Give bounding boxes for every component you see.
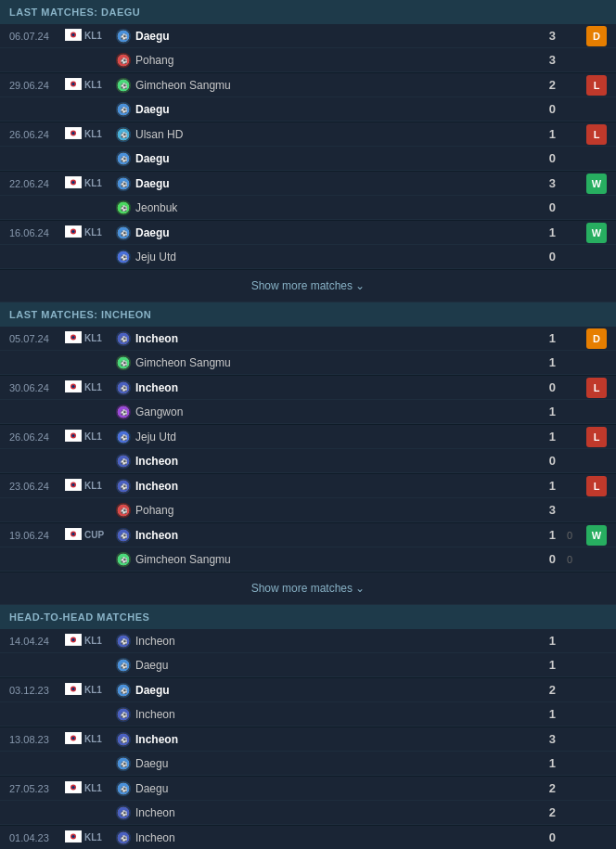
svg-point-58 [72, 483, 75, 486]
match-score: 3 [537, 29, 556, 43]
league-label: KL1 [84, 636, 102, 646]
result-badge [586, 198, 607, 218]
svg-point-72 [72, 638, 75, 641]
team-name: Incheon [135, 529, 178, 542]
match-block: 01.04.23 KL1⚽Incheon0⚽Daegu0 [0, 826, 616, 849]
match-block: 29.06.24 KL1⚽Gimcheon Sangmu2L⚽Daegu0 [0, 73, 616, 122]
flag-league: KL1 [65, 127, 116, 142]
team-logo-icon: ⚽ [116, 225, 131, 240]
match-row[interactable]: ⚽Incheon1 [0, 702, 616, 727]
team-name: Daegu [135, 782, 168, 795]
match-row[interactable]: ⚽Incheon2 [0, 801, 616, 825]
match-score: 2 [537, 683, 556, 697]
match-row[interactable]: ⚽Gangwon1 [0, 400, 616, 424]
match-row[interactable]: 29.06.24 KL1⚽Gimcheon Sangmu2L [0, 73, 616, 97]
team-logo-icon: ⚽ [116, 658, 131, 673]
match-row[interactable]: ⚽Daegu0 [0, 147, 616, 171]
result-badge [586, 753, 607, 774]
match-score: 1 [537, 634, 556, 648]
team-logo-icon: ⚽ [116, 479, 131, 494]
match-row[interactable]: ⚽Pohang3 [0, 498, 616, 522]
match-row[interactable]: ⚽Gimcheon Sangmu00 [0, 547, 616, 572]
match-row[interactable]: 06.07.24 KL1⚽Daegu3D [0, 24, 616, 48]
league-label: KL1 [84, 734, 102, 744]
svg-text:⚽: ⚽ [121, 557, 128, 564]
match-score-extra: 0 [560, 530, 579, 541]
team-info: ⚽Daegu [116, 781, 537, 796]
match-row[interactable]: 30.06.24 KL1⚽Incheon0L [0, 376, 616, 400]
match-row[interactable]: 13.08.23 KL1⚽Incheon3 [0, 727, 616, 752]
team-logo-icon: ⚽ [116, 707, 131, 722]
result-badge: W [586, 174, 607, 194]
flag-league: KL1 [65, 78, 116, 93]
team-name: Gimcheon Sangmu [135, 79, 231, 92]
team-name: Gangwon [135, 405, 183, 418]
match-block: 30.06.24 KL1⚽Incheon0L⚽Gangwon1 [0, 376, 616, 425]
korea-flag-icon [65, 127, 82, 142]
match-row[interactable]: 16.06.24 KL1⚽Daegu1W [0, 221, 616, 245]
team-logo-icon: ⚽ [116, 781, 131, 796]
korea-flag-icon [65, 331, 82, 346]
svg-text:⚽: ⚽ [121, 508, 128, 515]
svg-text:⚽: ⚽ [121, 360, 128, 367]
match-score: 2 [537, 805, 556, 819]
match-row[interactable]: 19.06.24 CUP⚽Incheon10W [0, 523, 616, 547]
team-name: Gimcheon Sangmu [135, 356, 231, 369]
match-row[interactable]: ⚽Gimcheon Sangmu1 [0, 351, 616, 375]
match-row[interactable]: ⚽Daegu1 [0, 653, 616, 677]
team-info: ⚽Incheon [116, 805, 537, 820]
match-row[interactable]: 03.12.23 KL1⚽Daegu2 [0, 678, 616, 702]
team-logo-icon: ⚽ [116, 634, 131, 649]
match-row[interactable]: ⚽Daegu0 [0, 97, 616, 122]
match-group-last-daegu: 06.07.24 KL1⚽Daegu3D⚽Pohang329.06.24 KL1… [0, 24, 616, 270]
match-row[interactable]: 26.06.24 KL1⚽Jeju Utd1L [0, 425, 616, 449]
team-logo-icon: ⚽ [116, 200, 131, 215]
match-row[interactable]: ⚽Pohang3 [0, 48, 616, 72]
svg-point-65 [72, 533, 75, 535]
svg-point-37 [72, 336, 75, 339]
match-row[interactable]: 14.04.24 KL1⚽Incheon1 [0, 629, 616, 653]
match-row[interactable]: 22.06.24 KL1⚽Daegu3W [0, 172, 616, 196]
svg-text:⚽: ⚽ [121, 83, 128, 90]
svg-point-16 [72, 132, 75, 135]
league-label: KL1 [84, 783, 102, 793]
svg-point-2 [72, 33, 75, 36]
show-more-matches-button[interactable]: Show more matches ⌄ [0, 572, 616, 605]
svg-point-86 [72, 737, 75, 740]
svg-point-30 [72, 230, 75, 233]
flag-league: KL1 [65, 634, 116, 649]
korea-flag-icon [65, 479, 82, 494]
result-badge [586, 655, 607, 675]
match-row[interactable]: ⚽Jeonbuk0 [0, 196, 616, 220]
match-row[interactable]: 26.06.24 KL1⚽Ulsan HD1L [0, 122, 616, 147]
team-logo-icon: ⚽ [116, 127, 131, 142]
flag-league: KL1 [65, 380, 116, 395]
match-row[interactable]: ⚽Daegu1 [0, 752, 616, 776]
team-name: Jeju Utd [135, 251, 176, 264]
svg-text:⚽: ⚽ [121, 205, 128, 212]
korea-flag-icon [65, 528, 82, 543]
match-score: 0 [537, 552, 556, 566]
match-row[interactable]: 27.05.23 KL1⚽Daegu2 [0, 777, 616, 801]
result-badge [586, 451, 607, 471]
team-name: Incheon [135, 708, 175, 721]
team-logo-icon: ⚽ [116, 151, 131, 166]
match-row[interactable]: 23.06.24 KL1⚽Incheon1L [0, 474, 616, 498]
svg-text:⚽: ⚽ [121, 58, 128, 65]
team-info: ⚽Daegu [116, 29, 537, 44]
team-logo-icon: ⚽ [116, 380, 131, 395]
match-row[interactable]: ⚽Incheon0 [0, 449, 616, 473]
team-name: Incheon [135, 831, 175, 844]
match-row[interactable]: 05.07.24 KL1⚽Incheon1D [0, 327, 616, 351]
match-row[interactable]: 01.04.23 KL1⚽Incheon0 [0, 826, 616, 849]
team-info: ⚽Daegu [116, 756, 537, 771]
result-badge [586, 729, 607, 750]
team-name: Pohang [135, 504, 173, 517]
team-info: ⚽Gimcheon Sangmu [116, 355, 537, 370]
match-row[interactable]: ⚽Jeju Utd0 [0, 245, 616, 269]
match-block: 27.05.23 KL1⚽Daegu2⚽Incheon2 [0, 777, 616, 826]
match-score: 1 [537, 756, 556, 770]
show-more-matches-button[interactable]: Show more matches ⌄ [0, 270, 616, 302]
team-name: Incheon [135, 381, 178, 394]
result-badge: L [586, 378, 607, 398]
